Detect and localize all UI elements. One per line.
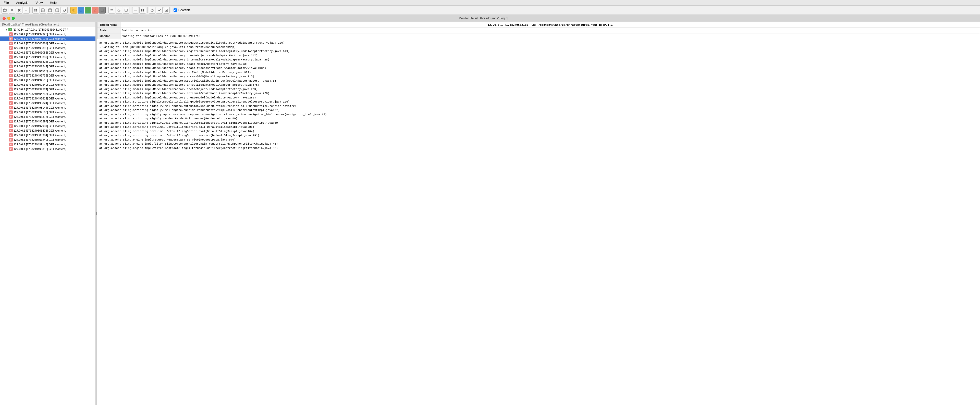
svg-rect-33 xyxy=(142,9,142,11)
separator-btn[interactable] xyxy=(132,7,139,14)
list-item[interactable]: F 127.0.0.1 [1738249495382] GET /content… xyxy=(0,55,95,59)
divider-dot xyxy=(96,213,97,214)
grid2-button[interactable] xyxy=(139,7,146,14)
list-item[interactable]: F 127.0.0.1 [1738249498144] GET /content… xyxy=(0,105,95,110)
traffic-lights xyxy=(3,17,15,20)
zoom-out-button[interactable] xyxy=(85,7,91,14)
toolbar-sep3 xyxy=(107,7,107,13)
horizontal-button[interactable] xyxy=(54,7,60,14)
stack-trace-line: at org.apache.sling.scripting.sightly.mo… xyxy=(99,100,978,104)
open-button[interactable] xyxy=(2,7,8,14)
stack-trace-line: at org.apache.sling.engine.impl.request.… xyxy=(99,138,978,142)
toolbar-sep1 xyxy=(31,7,31,13)
stack-trace-line: at org.apache.sling.models.impl.ModelAda… xyxy=(99,49,978,54)
list-item[interactable]: F 127.0.0.1 [1738249503475] GET /content… xyxy=(0,128,95,133)
close-button[interactable] xyxy=(9,7,15,14)
list-item[interactable]: F 127.0.0.1 [1738249497736] GET /content… xyxy=(0,73,95,78)
expand-icon: ▼ xyxy=(5,28,8,31)
thread-icon: F xyxy=(9,138,13,141)
maximize-window-button[interactable] xyxy=(12,17,15,20)
thread-icon: F xyxy=(9,41,13,45)
monitor-label: Monitor xyxy=(97,33,121,39)
list-item[interactable]: F 127.0.0.1 [1738249504043] GET /content… xyxy=(0,68,95,73)
remove-button[interactable] xyxy=(23,7,30,14)
list-item[interactable]: F 127.0.0.1 [1738249501240] GET /content… xyxy=(0,137,95,142)
window-button[interactable] xyxy=(123,7,129,14)
floatable-container: Floatable xyxy=(173,8,190,12)
stack-trace-line: at org.apache.sling.models.impl.ModelAda… xyxy=(99,79,978,83)
minimize-window-button[interactable] xyxy=(7,17,10,20)
menu-help[interactable]: Help xyxy=(48,0,58,5)
thread-text: 127.0.0.1 [1738249495812] GET /content, xyxy=(14,148,66,151)
svg-rect-0 xyxy=(3,9,6,11)
floatable-checkbox[interactable] xyxy=(173,8,177,12)
thread-status-icon: ● xyxy=(8,28,12,31)
list-item[interactable]: F 127.0.0.1 [1738249499574] GET /content… xyxy=(0,87,95,92)
list-item[interactable]: F 127.0.0.1 [1738249494515] GET /content… xyxy=(0,78,95,83)
thread-tree: ▼ ● [134/134] 127.0.0.1 [1738249492481] … xyxy=(0,27,95,151)
list-item[interactable]: F 127.0.0.1 [1738249494108] GET /content… xyxy=(0,110,95,114)
refresh-button[interactable] xyxy=(61,7,68,14)
list-item[interactable]: F 127.0.0.1 [1738249495824] GET /content… xyxy=(0,101,95,105)
list-item[interactable]: F 127.0.0.1 [1738249499147] GET /content… xyxy=(0,142,95,147)
list-item[interactable]: F 127.0.0.1 [1738249503661] GET /content… xyxy=(0,41,95,46)
thread-text: 127.0.0.1 [1738249502105] GET /content, xyxy=(14,37,66,40)
cancel-button[interactable] xyxy=(116,7,122,14)
star-button[interactable] xyxy=(92,7,99,14)
action-button[interactable]: ! xyxy=(70,7,77,14)
list-item[interactable]: F 127.0.0.1 [1738249495812] GET /content… xyxy=(0,147,95,151)
zoom-in-button[interactable]: + xyxy=(78,7,84,14)
list-item[interactable]: F 127.0.0.1 [1738249496318] GET /content… xyxy=(0,114,95,119)
list-item[interactable]: F 127.0.0.1 [1738249502244] GET /content… xyxy=(0,64,95,68)
thread-text: 127.0.0.1 [1738249497925] GET /content, xyxy=(14,33,66,36)
list-item[interactable]: F 127.0.0.1 [1738249495612] GET /content… xyxy=(0,96,95,101)
list-item[interactable]: F 127.0.0.1 [1738249497981] GET /content… xyxy=(0,124,95,128)
svg-rect-37 xyxy=(165,9,168,11)
svg-text:?: ? xyxy=(151,9,153,12)
floatable-label: Floatable xyxy=(178,8,190,12)
stack-trace-line: at org.apache.sling.models.impl.ModelAda… xyxy=(99,54,978,58)
toolbar: ! + ? Floatable xyxy=(0,6,980,15)
home-button[interactable] xyxy=(99,7,106,14)
thread-icon: F xyxy=(9,78,13,82)
detail-table: Thread Name 127.0.0.1 [1738249502105] GE… xyxy=(97,22,980,39)
stack-trace-area: at org.apache.sling.models.impl.ModelAda… xyxy=(97,39,980,405)
grid-button[interactable] xyxy=(32,7,39,14)
list-item[interactable]: F 127.0.0.1 [1738249498297] GET /content… xyxy=(0,119,95,124)
thread-text: 127.0.0.1 [1738249501240] GET /content, xyxy=(14,138,66,141)
menu-analysis[interactable]: Analysis xyxy=(14,0,30,5)
tiles-button[interactable] xyxy=(40,7,46,14)
divider-dot xyxy=(96,212,97,213)
close-all-button[interactable] xyxy=(16,7,22,14)
menubar: File Analysis View Help xyxy=(0,0,980,6)
list-item[interactable]: F 127.0.0.1 [1738249494258] GET /content… xyxy=(0,92,95,96)
help-button[interactable]: ? xyxy=(149,7,156,14)
list-item[interactable]: F 127.0.0.1 [1738249500540] GET /content… xyxy=(0,83,95,87)
state-row: State Waiting on monitor xyxy=(97,28,980,33)
panel-button[interactable] xyxy=(47,7,53,14)
close-window-button[interactable] xyxy=(3,17,6,20)
check2-button[interactable] xyxy=(163,7,170,14)
list-item[interactable]: F 127.0.0.1 [1738249499895] GET /content… xyxy=(0,46,95,50)
svg-line-30 xyxy=(118,10,120,11)
list-item[interactable]: F 127.0.0.1 [1738249497925] GET /content… xyxy=(0,32,95,37)
list-item[interactable]: F 127.0.0.1 [1738249501085] GET /content… xyxy=(0,50,95,55)
list-item[interactable]: F 127.0.0.1 [1738249503824] GET /content… xyxy=(0,59,95,64)
thread-icon: F xyxy=(9,129,13,132)
stack-trace-line: - waiting to lock [0x000000075a9117d8] (… xyxy=(99,45,978,49)
thread-icon: F xyxy=(9,37,13,41)
menu-file[interactable]: File xyxy=(2,0,11,5)
thread-icon: F xyxy=(9,124,13,128)
thread-text: 127.0.0.1 [1738249497981] GET /content, xyxy=(14,124,66,127)
menu-view[interactable]: View xyxy=(34,0,44,5)
tree-root-item[interactable]: ▼ ● [134/134] 127.0.0.1 [1738249492481] … xyxy=(0,27,95,32)
thread-name-row: Thread Name 127.0.0.1 [1738249502105] GE… xyxy=(97,22,980,28)
check-button[interactable] xyxy=(156,7,162,14)
menu-button[interactable] xyxy=(108,7,115,14)
thread-text: 127.0.0.1 [1738249498144] GET /content, xyxy=(14,106,66,109)
svg-rect-11 xyxy=(36,10,37,11)
root-item-text: [134/134] 127.0.0.1 [1738249492481] GET … xyxy=(13,28,68,31)
list-item[interactable]: F 127.0.0.1 [1738249503994] GET /content… xyxy=(0,133,95,137)
thread-icon: F xyxy=(9,46,13,50)
list-item[interactable]: F 127.0.0.1 [1738249502105] GET /content… xyxy=(0,37,95,41)
